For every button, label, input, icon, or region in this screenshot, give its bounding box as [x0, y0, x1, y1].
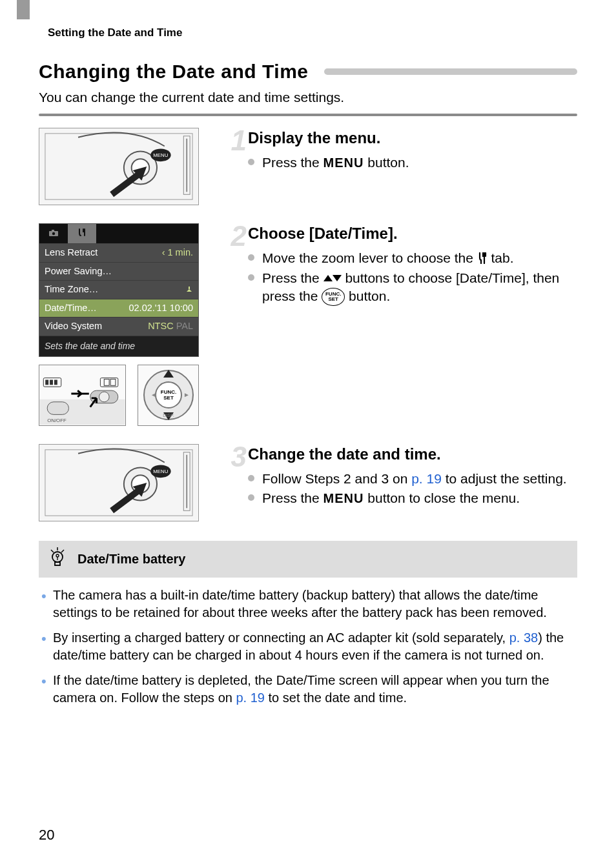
divider	[39, 114, 577, 116]
page-title: Changing the Date and Time	[39, 59, 309, 85]
step-number: 2	[218, 223, 248, 308]
illustration-dpad: FUNC. SET ◄ ► DISP.	[138, 365, 199, 426]
menu-footer: Sets the date and time	[39, 336, 198, 356]
up-down-icon	[323, 270, 342, 285]
menu-tab-tools	[68, 224, 96, 243]
step-bullet: Follow Steps 2 and 3 on p. 19 to adjust …	[248, 470, 577, 488]
menu-icon: MENU	[323, 491, 364, 505]
menu-icon: MENU	[323, 156, 364, 170]
tip-item: By inserting a charged battery or connec…	[39, 629, 577, 664]
tip-icon	[49, 547, 66, 571]
illustration-camera-top: ON/OFF	[39, 365, 126, 426]
svg-point-44	[56, 554, 59, 557]
heading-rule	[324, 68, 578, 75]
func-set-icon: FUNC.SET	[322, 288, 345, 306]
step-bullet: Press the MENU button.	[248, 154, 577, 172]
step-bullet: Press the MENU button to close the menu.	[248, 489, 577, 507]
svg-rect-19	[47, 402, 68, 415]
step-3: MENU 3 Change the date and time. Follow …	[39, 444, 577, 521]
svg-text:SET: SET	[163, 395, 174, 401]
menu-row: Time Zone…	[39, 281, 198, 299]
illustration-press-menu: MENU	[39, 128, 199, 205]
tools-tab-icon	[477, 249, 488, 267]
tip-title: Date/Time battery	[77, 550, 185, 568]
tip-item: If the date/time battery is depleted, th…	[39, 672, 577, 707]
page-link[interactable]: p. 38	[509, 631, 538, 645]
svg-line-41	[51, 550, 54, 552]
menu-row-selected: Date/Time…02.02.'11 10:00	[39, 299, 198, 318]
svg-rect-15	[54, 379, 57, 385]
svg-text:MENU: MENU	[153, 152, 168, 158]
step-title: Change the date and time.	[248, 444, 577, 465]
svg-text:MENU: MENU	[153, 469, 168, 474]
section-tab	[17, 0, 30, 19]
svg-rect-45	[55, 562, 60, 565]
svg-rect-13	[45, 379, 48, 385]
step-bullet: Press the buttons to choose [Date/Time],…	[248, 269, 577, 307]
step-bullet: Move the zoom lever to choose the tab.	[248, 249, 577, 267]
svg-rect-14	[50, 379, 53, 385]
svg-point-10	[52, 232, 55, 235]
svg-line-42	[61, 550, 64, 552]
svg-rect-17	[104, 379, 109, 385]
running-head: Setting the Date and Time	[48, 26, 577, 41]
svg-text:►: ►	[183, 391, 190, 398]
svg-text:ON/OFF: ON/OFF	[47, 418, 67, 423]
svg-rect-7	[186, 139, 187, 192]
step-number: 1	[218, 128, 248, 174]
tip-item: The camera has a built-in date/time batt…	[39, 587, 577, 621]
page-link[interactable]: p. 19	[236, 691, 264, 705]
menu-row: Lens Retract‹ 1 min.	[39, 244, 198, 263]
svg-rect-9	[52, 230, 54, 232]
step-title: Choose [Date/Time].	[248, 223, 577, 244]
svg-point-22	[99, 392, 109, 402]
step-2: Lens Retract‹ 1 min. Power Saving… Time …	[39, 223, 577, 426]
menu-tab-camera	[39, 224, 68, 243]
step-number: 3	[218, 444, 248, 509]
intro-text: You can change the current date and time…	[39, 88, 577, 106]
illustration-press-menu-2: MENU	[39, 444, 199, 521]
step-title: Display the menu.	[248, 128, 577, 148]
menu-row: Power Saving…	[39, 263, 198, 281]
svg-rect-39	[186, 454, 187, 508]
page-number: 20	[39, 825, 54, 845]
menu-row: Video SystemNTSC PAL	[39, 318, 198, 336]
illustration-menu-screen: Lens Retract‹ 1 min. Power Saving… Time …	[39, 223, 199, 357]
page-link[interactable]: p. 19	[411, 471, 442, 486]
svg-rect-18	[110, 379, 116, 385]
svg-text:DISP.: DISP.	[163, 413, 174, 418]
svg-text:FUNC.: FUNC.	[160, 389, 176, 395]
tip-box: Date/Time battery The camera has a built…	[39, 541, 577, 707]
svg-text:◄: ◄	[150, 391, 157, 398]
step-1: MENU 1 Display the menu. Press the MENU …	[39, 128, 577, 205]
